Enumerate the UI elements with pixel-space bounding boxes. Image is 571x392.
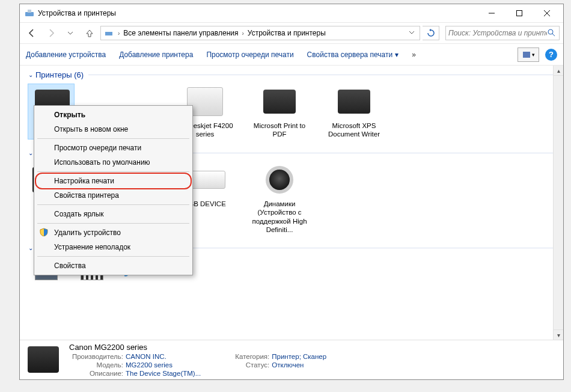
svg-rect-0 — [25, 12, 34, 16]
search-input[interactable] — [448, 29, 547, 37]
minimize-button[interactable] — [478, 4, 505, 22]
forward-button[interactable] — [43, 25, 60, 41]
history-dropdown[interactable] — [62, 25, 79, 41]
printer-item[interactable]: Microsoft XPS Document Writer — [322, 84, 386, 139]
cmd-server-props[interactable]: Свойства сервера печати▾ — [307, 51, 399, 59]
svg-rect-6 — [105, 32, 112, 35]
item-label: Динамики (Устройство с поддержкой High D… — [247, 200, 312, 234]
refresh-button[interactable] — [423, 26, 439, 40]
details-value: CANON INC. — [126, 353, 166, 360]
svg-rect-3 — [517, 11, 522, 16]
ctx-remove[interactable]: Удалить устройство — [36, 225, 191, 240]
ctx-open[interactable]: Открыть — [36, 108, 191, 122]
breadcrumb-path[interactable]: › Все элементы панели управления › Устро… — [100, 26, 420, 40]
cmd-view-queue[interactable]: Просмотр очереди печати — [206, 51, 293, 59]
details-key: Статус: — [215, 361, 269, 369]
details-value: Принтер; Сканер — [272, 353, 326, 360]
details-key: Модель: — [69, 361, 123, 369]
ctx-printer-props[interactable]: Свойства принтера — [36, 188, 191, 203]
ctx-queue[interactable]: Просмотр очереди печати — [36, 141, 191, 155]
group-printers-count: (6) — [74, 70, 84, 79]
shield-icon — [40, 228, 48, 236]
titlebar: Устройства и принтеры — [20, 4, 563, 22]
details-key: Категория: — [215, 353, 269, 360]
vertical-scrollbar[interactable]: ▴ ▾ — [553, 66, 563, 340]
details-thumbnail — [25, 343, 62, 376]
details-value: MG2200 series — [126, 361, 173, 369]
svg-rect-1 — [28, 10, 31, 13]
chevron-down-icon: ⌄ — [28, 72, 33, 78]
cmd-add-printer[interactable]: Добавление принтера — [119, 51, 193, 59]
svg-rect-9 — [523, 52, 530, 58]
svg-line-8 — [552, 34, 555, 36]
ctx-shortcut[interactable]: Создать ярлык — [36, 207, 191, 221]
back-button[interactable] — [23, 25, 40, 41]
svg-line-5 — [544, 10, 550, 16]
details-key: Описание: — [69, 370, 123, 377]
search-box[interactable] — [445, 26, 560, 40]
item-label: Microsoft Print to PDF — [247, 121, 312, 139]
cmd-overflow[interactable]: » — [412, 51, 416, 59]
details-pane: Canon MG2200 series Производитель:CANON … — [20, 340, 563, 379]
ctx-separator — [37, 256, 189, 257]
help-icon[interactable]: ? — [545, 49, 557, 61]
breadcrumb-seg-root[interactable]: Все элементы панели управления — [121, 29, 240, 37]
breadcrumb-seg-current[interactable]: Устройства и принтеры — [245, 29, 328, 37]
chevron-down-icon: ⌄ — [28, 245, 33, 251]
group-printers-label: Принтеры — [35, 70, 72, 79]
ctx-default[interactable]: Использовать по умолчанию — [36, 155, 191, 170]
ctx-separator — [37, 138, 189, 139]
ctx-separator — [37, 223, 189, 224]
group-printers-header[interactable]: ⌄ Принтеры (6) — [20, 66, 563, 82]
address-bar: › Все элементы панели управления › Устро… — [20, 22, 563, 44]
device-item[interactable]: Динамики (Устройство с поддержкой High D… — [247, 162, 312, 234]
window-title: Устройства и принтеры — [38, 9, 478, 17]
ctx-properties[interactable]: Свойства — [36, 259, 191, 273]
command-bar: Добавление устройства Добавление принтер… — [20, 44, 563, 66]
ctx-troubleshoot[interactable]: Устранение неполадок — [36, 240, 191, 254]
window-icon — [25, 8, 34, 18]
context-menu: Открыть Открыть в новом окне Просмотр оч… — [34, 105, 193, 275]
group-divider — [143, 248, 563, 248]
close-button[interactable] — [533, 4, 561, 22]
scroll-down-button[interactable]: ▾ — [554, 329, 563, 340]
details-value: The Device Stage(TM)... — [126, 370, 201, 377]
cmd-add-device[interactable]: Добавление устройства — [26, 51, 106, 59]
ctx-separator — [37, 171, 189, 172]
chevron-right-icon: › — [240, 30, 245, 37]
maximize-button[interactable] — [505, 4, 533, 22]
ctx-print-setup[interactable]: Настройка печати — [36, 174, 191, 188]
details-name: Canon MG2200 series — [69, 343, 326, 352]
details-key: Производитель: — [69, 353, 123, 360]
up-button[interactable] — [81, 25, 98, 41]
group-divider — [88, 75, 563, 75]
path-dropdown[interactable] — [405, 29, 418, 37]
details-value: Отключен — [272, 361, 304, 369]
svg-point-7 — [548, 29, 553, 34]
chevron-down-icon: ⌄ — [28, 150, 33, 156]
svg-line-4 — [544, 10, 550, 16]
scroll-up-button[interactable]: ▴ — [554, 66, 563, 76]
item-label: Microsoft XPS Document Writer — [322, 121, 386, 139]
ctx-open-new[interactable]: Открыть в новом окне — [36, 122, 191, 136]
printer-item[interactable]: Microsoft Print to PDF — [247, 84, 312, 139]
chevron-right-icon: › — [117, 30, 121, 37]
view-mode-button[interactable]: ▾ — [518, 47, 539, 62]
ctx-separator — [37, 204, 189, 205]
breadcrumb-root-icon[interactable] — [102, 29, 117, 37]
search-icon[interactable] — [547, 28, 557, 38]
